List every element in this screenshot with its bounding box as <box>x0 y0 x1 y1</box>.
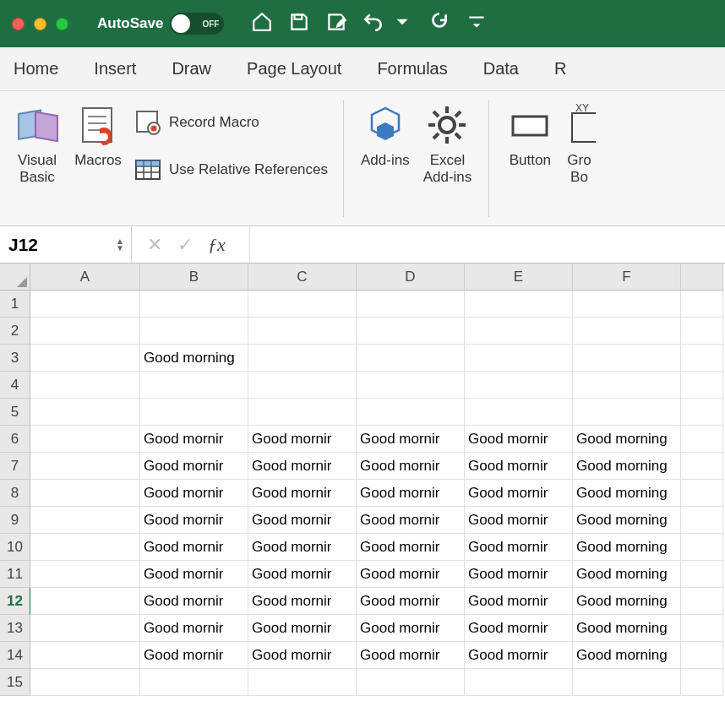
cell[interactable]: Good mornir <box>248 426 357 453</box>
cell[interactable] <box>140 318 248 345</box>
cell[interactable]: Good mornir <box>357 480 465 507</box>
cell[interactable] <box>248 291 357 318</box>
cell[interactable]: Good mornir <box>248 480 357 507</box>
cell[interactable] <box>357 318 465 345</box>
cell[interactable]: Good morning <box>140 345 248 372</box>
record-macro-button[interactable]: Record Macro <box>130 103 331 142</box>
cell[interactable]: Good mornir <box>357 534 465 561</box>
cell[interactable] <box>681 642 723 669</box>
row-header[interactable]: 9 <box>0 507 30 534</box>
cell[interactable] <box>30 669 140 696</box>
cell[interactable] <box>357 669 465 696</box>
cell[interactable]: Good mornir <box>140 453 248 480</box>
row-header[interactable]: 5 <box>0 399 30 426</box>
tab-home[interactable]: Home <box>8 52 63 85</box>
column-header[interactable]: B <box>140 263 248 291</box>
tab-draw[interactable]: Draw <box>166 52 216 85</box>
cell[interactable] <box>681 588 723 615</box>
enter-icon[interactable]: ✓ <box>177 234 193 256</box>
row-header[interactable]: 1 <box>0 291 30 318</box>
cell[interactable]: Good mornir <box>248 588 357 615</box>
cell[interactable]: Good morning <box>573 534 681 561</box>
cell[interactable]: Good morning <box>573 453 681 480</box>
cell[interactable] <box>465 372 573 399</box>
cell[interactable]: Good mornir <box>140 642 248 669</box>
cell[interactable] <box>573 372 681 399</box>
cell[interactable] <box>140 372 248 399</box>
cell[interactable]: Good mornir <box>465 507 573 534</box>
cell[interactable] <box>465 399 573 426</box>
save-icon[interactable] <box>288 11 310 36</box>
cell[interactable] <box>30 372 140 399</box>
cell[interactable]: Good morning <box>573 507 681 534</box>
cell[interactable] <box>681 318 723 345</box>
cell[interactable]: Good mornir <box>140 561 248 588</box>
cell[interactable] <box>140 669 248 696</box>
cell[interactable] <box>465 669 573 696</box>
tab-page-layout[interactable]: Page Layout <box>242 52 346 85</box>
select-all-corner[interactable] <box>0 263 30 291</box>
cell[interactable] <box>30 399 140 426</box>
cell[interactable] <box>681 426 723 453</box>
cell[interactable] <box>30 291 140 318</box>
column-header[interactable]: F <box>573 263 681 291</box>
row-header[interactable]: 6 <box>0 426 30 453</box>
cell[interactable] <box>30 345 140 372</box>
cell[interactable] <box>30 588 140 615</box>
undo-icon[interactable] <box>362 11 384 36</box>
formula-input[interactable] <box>249 226 725 263</box>
cell[interactable] <box>681 453 723 480</box>
cell[interactable]: Good mornir <box>357 561 465 588</box>
cell[interactable] <box>681 291 723 318</box>
row-header[interactable]: 7 <box>0 453 30 480</box>
cell[interactable]: Good mornir <box>248 615 357 642</box>
save-edit-icon[interactable] <box>325 11 347 36</box>
cancel-icon[interactable]: ✕ <box>147 234 162 256</box>
cell[interactable] <box>465 345 573 372</box>
fx-label[interactable]: ƒx <box>208 234 234 256</box>
cell[interactable] <box>465 291 573 318</box>
row-header[interactable]: 14 <box>0 642 30 669</box>
cell[interactable] <box>573 345 681 372</box>
row-header[interactable]: 12 <box>0 588 30 615</box>
cell[interactable]: Good mornir <box>465 480 573 507</box>
row-header[interactable]: 2 <box>0 318 30 345</box>
cell[interactable] <box>573 669 681 696</box>
excel-addins-button[interactable]: Excel Add-ins <box>418 98 477 190</box>
autosave-toggle[interactable]: OFF <box>170 13 224 35</box>
cell[interactable] <box>357 291 465 318</box>
cell[interactable]: Good mornir <box>140 588 248 615</box>
cell[interactable]: Good morning <box>573 480 681 507</box>
button-control[interactable]: Button <box>501 98 559 172</box>
tab-formulas[interactable]: Formulas <box>372 52 452 85</box>
cell[interactable] <box>681 669 723 696</box>
row-header[interactable]: 13 <box>0 615 30 642</box>
cell[interactable]: Good mornir <box>140 615 248 642</box>
cell[interactable] <box>30 507 140 534</box>
cell[interactable] <box>140 291 248 318</box>
name-box[interactable]: J12 ▲▼ <box>0 226 132 263</box>
cell[interactable]: Good mornir <box>465 534 573 561</box>
customize-icon[interactable] <box>466 11 488 36</box>
cell[interactable]: Good mornir <box>465 426 573 453</box>
tab-insert[interactable]: Insert <box>89 52 141 85</box>
tab-r[interactable]: R <box>549 52 571 85</box>
cell[interactable] <box>681 399 723 426</box>
use-relative-references-button[interactable]: Use Relative References <box>130 150 331 189</box>
cell[interactable]: Good mornir <box>140 426 248 453</box>
cell[interactable]: Good mornir <box>248 507 357 534</box>
cell[interactable] <box>30 480 140 507</box>
row-header[interactable]: 3 <box>0 345 30 372</box>
column-header[interactable]: D <box>357 263 465 291</box>
cell[interactable] <box>681 615 723 642</box>
cell[interactable]: Good mornir <box>140 480 248 507</box>
column-header[interactable] <box>681 263 723 291</box>
cell[interactable]: Good mornir <box>465 561 573 588</box>
cell[interactable]: Good morning <box>573 642 681 669</box>
cell[interactable]: Good mornir <box>357 453 465 480</box>
visual-basic-button[interactable]: Visual Basic <box>8 98 66 190</box>
group-box-control[interactable]: XY Gro Bo <box>562 98 596 190</box>
column-header[interactable]: C <box>248 263 357 291</box>
cell[interactable] <box>248 372 357 399</box>
row-header[interactable]: 4 <box>0 372 30 399</box>
